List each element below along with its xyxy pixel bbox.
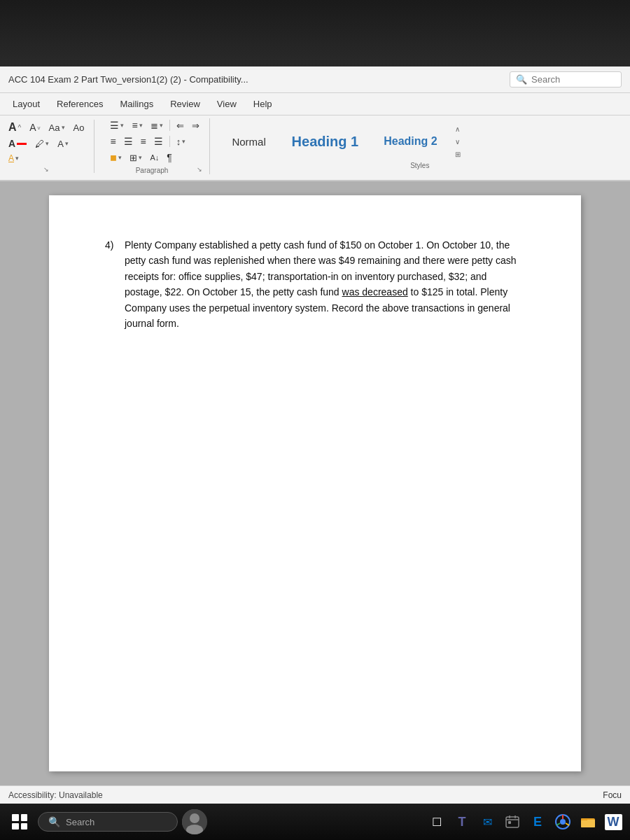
file-explorer-icon [580,816,596,828]
chrome-icon [555,814,570,830]
underline-A-icon: A [8,153,14,163]
borders-button[interactable]: ⊞ ▾ [127,151,145,164]
shading-icon: ◼ [110,153,117,162]
increase-indent-icon: ⇒ [192,120,200,131]
line-spacing-button[interactable]: ↕ ▾ [174,135,189,148]
svg-line-12 [556,823,560,825]
taskbar-word-button[interactable]: W [602,811,624,833]
style-heading1[interactable]: Heading 1 [281,129,370,155]
taskbar-taskview-button[interactable]: ☐ [426,811,448,833]
calendar-icon [505,815,519,829]
taskbar-right-icons: ☐ T ✉ E [426,811,624,833]
para-section-bottom: Paragraph ↘ [107,164,202,174]
taskbar-avatar[interactable] [182,809,207,834]
menu-bar: Layout References Mailings Review View H… [0,93,630,115]
numbering-button[interactable]: ≡ ▾ [129,118,145,132]
pilcrow-button[interactable]: ¶ [164,150,175,164]
style-normal[interactable]: Normal [221,131,277,153]
sort-icon: A↓ [150,153,159,162]
para-row-1: ☰ ▾ ≡ ▾ ≣ ▾ ⇐ ⇒ [107,118,202,132]
font-section: A ^ A v Aa ▾ Ao [6,120,94,173]
sort-button[interactable]: A↓ [147,152,162,163]
ribbon: A ^ A v Aa ▾ Ao [0,115,630,181]
paragraph-diagonal-icon[interactable]: ↘ [197,166,202,173]
svg-rect-14 [581,820,595,827]
underline-A-button[interactable]: A ▾ [6,152,22,164]
bullets-button[interactable]: ☰ ▾ [107,118,127,132]
para-row-3: ◼ ▾ ⊞ ▾ A↓ ¶ [107,150,202,164]
align-center-button[interactable]: ☰ [121,134,136,148]
win-grid-cell-2 [21,814,28,821]
menu-mailings[interactable]: Mailings [113,96,161,112]
font-color-icon: A [8,138,15,149]
text-highlight-icon: A [57,139,64,149]
word-application: ACC 104 Exam 2 Part Two_version1(2) (2) … [0,0,630,840]
font-controls: A ^ A v Aa ▾ Ao [6,120,87,164]
teams-icon: T [458,815,466,830]
justify-icon: ☰ [154,136,163,147]
avatar-image [182,809,207,834]
menu-help[interactable]: Help [246,96,279,112]
question-number: 4) [105,237,119,331]
styles-scroll-up-button[interactable]: ∧ [452,123,463,134]
status-bar: Accessibility: Unavailable Focu [0,785,630,804]
top-dark-area [0,0,630,66]
clear-format-button[interactable]: Ao [71,121,88,134]
taskbar-calendar-button[interactable] [501,811,524,833]
menu-view[interactable]: View [210,96,244,112]
increase-indent-button[interactable]: ⇒ [189,119,202,132]
windows-logo [12,814,27,830]
menu-references[interactable]: References [50,96,110,112]
pilcrow-icon: ¶ [167,152,172,163]
justify-button[interactable]: ☰ [151,134,166,148]
document-page[interactable]: 4) Plenty Company established a petty ca… [49,195,581,771]
taskbar-search-input[interactable] [66,817,164,827]
bullets-icon: ☰ [110,120,119,131]
taskbar-mail-button[interactable]: ✉ [476,811,498,833]
document-title: ACC 104 Exam 2 Part Two_version1(2) (2) … [8,74,510,85]
borders-icon: ⊞ [130,153,137,163]
menu-layout[interactable]: Layout [6,96,47,112]
styles-scroll-down-button[interactable]: ∨ [452,136,463,147]
align-right-button[interactable]: ≡ [138,134,149,148]
decrease-indent-button[interactable]: ⇐ [174,119,187,132]
font-size-down-button[interactable]: A v [27,120,43,134]
taskbar-search-box[interactable]: 🔍 [38,812,178,832]
numbering-icon: ≡ [132,120,137,131]
styles-section: Normal Heading 1 Heading 2 ∧ ∨ ⊞ Styles [216,123,624,169]
highlight-color-button[interactable]: 🖊 ▾ [32,137,52,150]
document-content: 4) Plenty Company established a petty ca… [105,237,525,331]
svg-rect-7 [508,821,511,824]
search-icon: 🔍 [516,74,527,85]
question-body: Plenty Company established a petty cash … [125,237,525,331]
font-Aa-button[interactable]: Aa ▾ [46,121,68,134]
taskbar-teams-button[interactable]: T [451,811,473,833]
styles-expand-button[interactable]: ⊞ [452,148,463,160]
title-search-input[interactable] [531,74,615,85]
style-heading2[interactable]: Heading 2 [373,130,447,153]
shading-button[interactable]: ◼ ▾ [107,151,125,164]
multilevel-list-button[interactable]: ≣ ▾ [148,119,166,132]
font-color-button[interactable]: A [6,136,29,150]
font-color-bar [17,143,27,145]
menu-review[interactable]: Review [163,96,207,112]
align-left-button[interactable]: ≡ [107,134,118,148]
taskbar-explorer-button[interactable] [577,811,599,833]
style-heading2-text: Heading 2 [384,135,437,148]
taskbar: 🔍 ☐ T ✉ [0,804,630,840]
taskbar-edge-button[interactable]: E [526,811,549,833]
font-section-diagonal[interactable]: ↘ [43,166,49,173]
font-size-down-icon: A [29,122,36,133]
title-search-box[interactable]: 🔍 [510,71,622,88]
clear-format-icon: Ao [74,122,85,133]
taskbar-chrome-button[interactable] [552,811,574,833]
document-area: 4) Plenty Company established a petty ca… [0,181,630,785]
question-underlined-phrase: was decreased [342,286,408,298]
mail-icon: ✉ [483,816,492,829]
start-button[interactable] [6,808,34,836]
font-size-up-button[interactable]: A ^ [6,120,24,135]
paragraph-section: ☰ ▾ ≡ ▾ ≣ ▾ ⇐ ⇒ [100,118,209,174]
title-bar: ACC 104 Exam 2 Part Two_version1(2) (2) … [0,66,630,93]
taskview-icon: ☐ [432,816,442,829]
text-highlight-button[interactable]: A ▾ [55,137,71,150]
